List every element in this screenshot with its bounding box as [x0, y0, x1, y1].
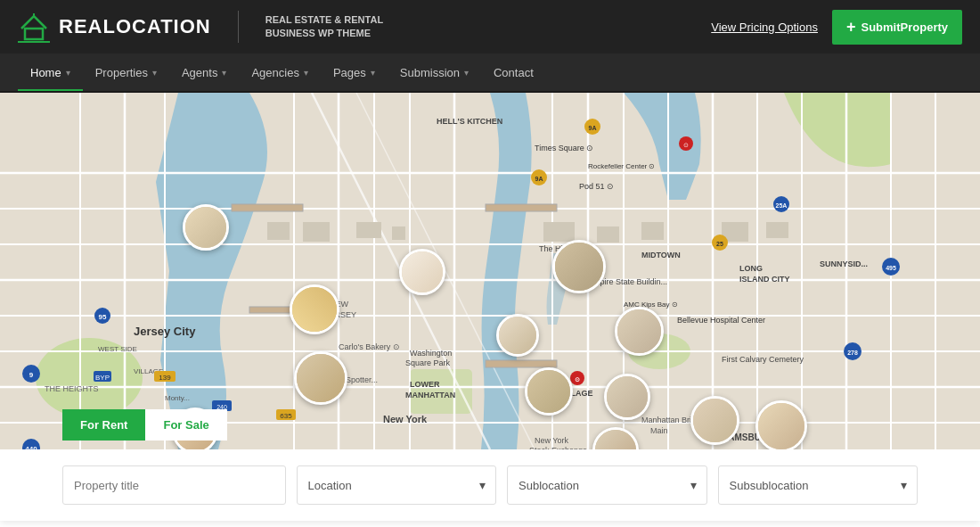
header: REALOCATION REAL ESTATE & RENTAL BUSINES… [0, 0, 980, 54]
svg-text:Jersey City: Jersey City [134, 325, 196, 338]
property-pin-4[interactable] [552, 240, 606, 293]
svg-text:139: 139 [159, 374, 171, 382]
svg-text:25: 25 [716, 241, 723, 247]
nav-item-pages[interactable]: Pages ▾ [321, 54, 388, 91]
nav-item-properties[interactable]: Properties ▾ [83, 54, 169, 91]
svg-text:SUNNYSID...: SUNNYSID... [820, 259, 868, 268]
nav-item-submission[interactable]: Submission ▾ [388, 54, 481, 91]
svg-text:Times Square ⊙: Times Square ⊙ [535, 144, 593, 152]
svg-text:Rockefeller Center ⊙: Rockefeller Center ⊙ [588, 162, 655, 170]
plus-icon: + [846, 18, 856, 37]
svg-text:Main: Main [650, 426, 668, 435]
svg-text:Carlo's Bakery ⊙: Carlo's Bakery ⊙ [339, 342, 400, 351]
sublocation-select-wrapper: SublocationDowntownMidtownUptown [507, 465, 707, 505]
map-tabs: For Rent For Sale [62, 409, 227, 441]
svg-text:635: 635 [280, 412, 292, 420]
svg-rect-38 [486, 204, 557, 211]
property-title-input[interactable] [62, 465, 286, 505]
property-pin-1[interactable] [183, 204, 229, 251]
property-pin-2[interactable] [290, 284, 339, 334]
svg-text:9: 9 [29, 371, 34, 379]
svg-text:25A: 25A [776, 202, 788, 209]
chevron-down-icon: ▾ [152, 68, 157, 78]
svg-text:New York: New York [383, 414, 428, 424]
svg-text:ISLAND CITY: ISLAND CITY [739, 275, 790, 284]
svg-rect-49 [766, 222, 788, 238]
svg-text:Square Park: Square Park [405, 358, 451, 367]
svg-text:LOWER: LOWER [410, 380, 440, 389]
property-pin-5[interactable] [496, 314, 539, 357]
svg-text:Washington: Washington [410, 349, 452, 358]
svg-text:Bellevue Hospital Center: Bellevue Hospital Center [677, 316, 765, 325]
svg-text:495: 495 [886, 265, 896, 271]
svg-text:LONG: LONG [739, 264, 763, 273]
header-tagline: REAL ESTATE & RENTAL BUSINESS WP THEME [265, 13, 383, 41]
subsublocation-select[interactable]: SubsublocationOption 1Option 2 [718, 465, 919, 505]
logo-icon [18, 11, 50, 43]
svg-text:THE HEIGHTS: THE HEIGHTS [45, 384, 99, 393]
nav-item-agents[interactable]: Agents ▾ [169, 54, 239, 91]
chevron-down-icon: ▾ [464, 68, 469, 78]
map-container: HELL'S KITCHEN Times Square ⊙ Rockefelle… [0, 93, 980, 449]
location-select[interactable]: LocationNew YorkManhattanBrooklynQueens [297, 465, 497, 505]
svg-text:440: 440 [25, 445, 37, 449]
svg-text:Stock Exchange: Stock Exchange [529, 446, 587, 449]
map-background: HELL'S KITCHEN Times Square ⊙ Rockefelle… [0, 93, 980, 449]
svg-text:HELL'S KITCHEN: HELL'S KITCHEN [437, 117, 502, 126]
chevron-down-icon: ▾ [66, 68, 70, 78]
nav-item-agencies[interactable]: Agencies ▾ [239, 54, 320, 91]
svg-text:First Calvary Cemetery: First Calvary Cemetery [722, 355, 804, 364]
svg-text:9A: 9A [535, 176, 543, 182]
header-divider [238, 11, 239, 43]
chevron-down-icon: ▾ [304, 68, 308, 78]
svg-rect-37 [232, 204, 303, 211]
svg-text:95: 95 [99, 313, 107, 321]
svg-rect-41 [267, 222, 290, 240]
location-select-wrapper: LocationNew YorkManhattanBrooklynQueens [297, 465, 497, 505]
svg-rect-42 [303, 222, 330, 242]
for-sale-tab[interactable]: For Sale [145, 409, 226, 441]
svg-text:Pod 51 ⊙: Pod 51 ⊙ [579, 182, 614, 191]
svg-text:BYP: BYP [95, 374, 110, 382]
svg-text:Monty...: Monty... [165, 394, 190, 402]
search-bar: LocationNew YorkManhattanBrooklynQueens … [0, 449, 980, 521]
svg-text:9A: 9A [589, 125, 597, 131]
subsublocation-select-wrapper: SubsublocationOption 1Option 2 [718, 465, 919, 505]
nav-item-contact[interactable]: Contact [481, 54, 546, 91]
svg-rect-46 [597, 226, 619, 243]
svg-rect-40 [486, 360, 557, 367]
svg-rect-45 [543, 222, 575, 242]
svg-text:New York: New York [535, 436, 569, 445]
svg-rect-44 [392, 226, 405, 240]
submit-property-button[interactable]: + SubmitProperty [832, 10, 962, 45]
chevron-down-icon: ▾ [371, 68, 375, 78]
svg-rect-47 [641, 222, 664, 240]
logo-area: REALOCATION [18, 11, 211, 43]
sublocation-select[interactable]: SublocationDowntownMidtownUptown [507, 465, 707, 505]
property-pin-13[interactable] [755, 400, 807, 449]
svg-text:⊙: ⊙ [683, 142, 689, 148]
svg-text:⊙: ⊙ [575, 376, 580, 383]
property-pin-10[interactable] [604, 374, 650, 420]
chevron-down-icon: ▾ [222, 68, 226, 78]
svg-text:WEST SIDE: WEST SIDE [98, 345, 137, 353]
view-pricing-button[interactable]: View Pricing Options [711, 21, 818, 34]
svg-rect-43 [356, 222, 381, 238]
header-right: View Pricing Options + SubmitProperty [711, 10, 962, 45]
property-pin-7[interactable] [294, 351, 347, 405]
logo-text: REALOCATION [59, 15, 211, 38]
property-pin-11[interactable] [690, 396, 739, 445]
property-pin-3[interactable] [399, 249, 445, 295]
for-rent-tab[interactable]: For Rent [62, 409, 145, 441]
main-nav: Home ▾ Properties ▾ Agents ▾ Agencies ▾ … [0, 54, 980, 93]
svg-text:MANHATTAN: MANHATTAN [405, 391, 455, 399]
property-pin-9[interactable] [525, 367, 573, 416]
property-pin-6[interactable] [615, 307, 664, 356]
nav-item-home[interactable]: Home ▾ [18, 54, 83, 91]
svg-text:278: 278 [847, 350, 858, 356]
svg-text:MIDTOWN: MIDTOWN [641, 251, 681, 259]
